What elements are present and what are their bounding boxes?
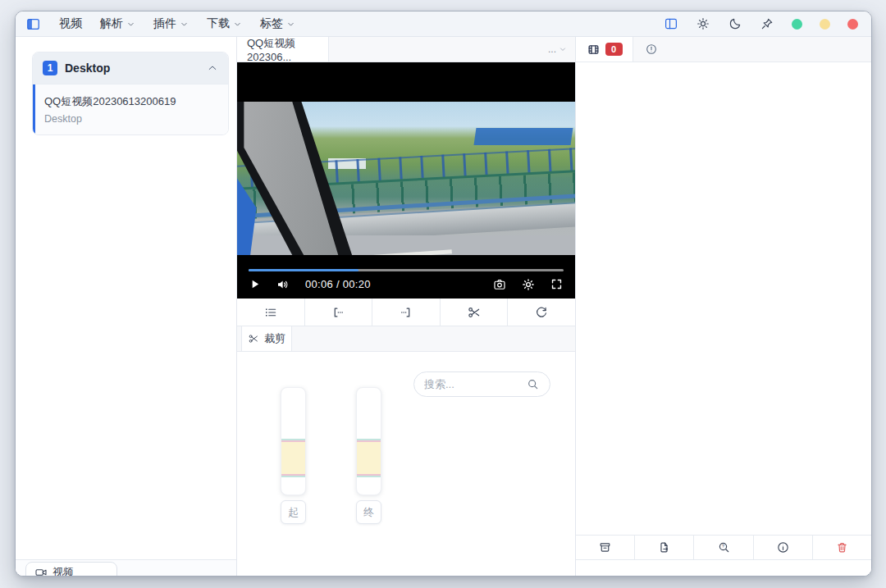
- tab-media-list[interactable]: 0: [576, 37, 633, 62]
- player-settings-gear-icon[interactable]: [521, 277, 536, 292]
- media-panel: 0: [576, 37, 871, 576]
- crop-tabbar: 裁剪: [237, 326, 575, 352]
- menu-video[interactable]: 视频: [59, 16, 82, 31]
- crop-content: 起 终: [237, 352, 575, 576]
- reload-button[interactable]: [508, 299, 575, 326]
- archive-button[interactable]: [576, 536, 635, 559]
- video-camera-icon: [34, 566, 48, 576]
- chevron-down-icon: [559, 45, 567, 53]
- search-icon[interactable]: [526, 377, 540, 391]
- dark-mode-moon-icon[interactable]: [728, 16, 742, 31]
- set-end-button[interactable]: [372, 299, 441, 326]
- start-label: 起: [281, 500, 306, 524]
- media-count-badge: 0: [605, 43, 623, 56]
- play-button[interactable]: [249, 278, 261, 290]
- start-time-picker: 起: [281, 387, 306, 524]
- status-dot-red[interactable]: [847, 19, 858, 30]
- media-panel-footer: [576, 560, 871, 576]
- group-title: Desktop: [65, 62, 110, 75]
- progress-fill: [249, 269, 359, 271]
- clip-toolbar: [237, 299, 575, 326]
- player-tabbar: QQ短视频202306... ...: [237, 37, 575, 62]
- seek-bar[interactable]: [249, 269, 564, 271]
- end-time-picker: 终: [356, 387, 381, 524]
- player-panel: QQ短视频202306... ...: [237, 37, 576, 576]
- slider-selection-band: [357, 439, 381, 477]
- sidebar-toggle-icon[interactable]: [25, 16, 41, 32]
- tab-overflow-menu[interactable]: ...: [540, 37, 575, 62]
- status-dot-yellow[interactable]: [820, 19, 830, 30]
- search-box: [413, 371, 550, 397]
- volume-button[interactable]: [276, 277, 290, 292]
- chevron-up-icon[interactable]: [207, 62, 218, 74]
- list-icon: [263, 305, 278, 320]
- warning-circle-icon: [645, 43, 658, 56]
- end-time-slider[interactable]: [356, 387, 381, 495]
- zoom-search-icon: ?: [717, 540, 731, 554]
- cut-button[interactable]: [441, 299, 509, 326]
- scissors-icon: [248, 333, 259, 344]
- item-title: QQ短视频20230613200619: [44, 94, 218, 109]
- scissors-icon: [467, 305, 482, 320]
- set-start-button[interactable]: [305, 299, 373, 326]
- info-circle-icon: [776, 540, 790, 554]
- sidebar-bottom-strip: 视频: [16, 559, 236, 576]
- tab-warnings[interactable]: [633, 37, 669, 62]
- chevron-down-icon: [286, 20, 295, 29]
- media-tabbar: 0: [576, 37, 871, 62]
- sidebar-tab-video[interactable]: 视频: [25, 562, 117, 576]
- menu-download[interactable]: 下载: [207, 16, 242, 31]
- app-window: 视频 解析 插件 下载 标签: [15, 11, 872, 577]
- split-view-icon[interactable]: [664, 16, 678, 31]
- end-label: 终: [356, 500, 381, 524]
- inspect-button[interactable]: ?: [694, 536, 753, 559]
- media-toolbar: ?: [576, 535, 871, 560]
- chevron-down-icon: [180, 20, 189, 29]
- snapshot-camera-icon[interactable]: [492, 277, 507, 292]
- menu-tags[interactable]: 标签: [260, 16, 295, 31]
- titlebar: 视频 解析 插件 下载 标签: [16, 11, 871, 37]
- sidebar-item-video[interactable]: QQ短视频20230613200619 Desktop: [33, 84, 228, 134]
- video-frame: [237, 102, 575, 255]
- player-tab[interactable]: QQ短视频202306...: [237, 37, 329, 62]
- pin-icon[interactable]: [760, 16, 774, 31]
- refresh-icon: [534, 305, 549, 320]
- trash-icon: [835, 540, 849, 554]
- player-controls: 00:06 / 00:20: [249, 273, 564, 295]
- scene-blue-building: [473, 128, 573, 145]
- status-dot-green[interactable]: [792, 19, 802, 30]
- sidebar-group: 1 Desktop QQ短视频20230613200619 Desktop: [32, 52, 229, 135]
- bracket-start-icon: [331, 305, 345, 320]
- export-button[interactable]: [635, 536, 694, 559]
- file-export-icon: [657, 540, 671, 554]
- delete-button[interactable]: [813, 536, 871, 559]
- film-icon: [587, 43, 601, 57]
- group-count-badge: 1: [43, 61, 57, 75]
- search-input[interactable]: [424, 378, 519, 390]
- start-time-slider[interactable]: [281, 387, 306, 495]
- bracket-end-icon: [399, 305, 413, 320]
- menu-parse[interactable]: 解析: [100, 16, 135, 31]
- item-subtitle: Desktop: [44, 113, 218, 125]
- sidebar: 1 Desktop QQ短视频20230613200619 Desktop 视频: [16, 37, 237, 576]
- video-player[interactable]: 00:06 / 00:20: [237, 62, 575, 299]
- time-display: 00:06 / 00:20: [305, 278, 371, 290]
- info-button[interactable]: [754, 536, 813, 559]
- segment-list-button[interactable]: [237, 299, 305, 326]
- svg-text:?: ?: [722, 544, 724, 549]
- media-list-empty: [576, 62, 871, 535]
- chevron-down-icon: [233, 20, 242, 29]
- tab-crop[interactable]: 裁剪: [241, 326, 292, 351]
- slider-selection-band: [281, 439, 305, 477]
- sidebar-group-header[interactable]: 1 Desktop: [33, 52, 228, 84]
- chevron-down-icon: [126, 20, 135, 29]
- fullscreen-icon[interactable]: [550, 277, 564, 291]
- menu-plugins[interactable]: 插件: [153, 16, 189, 31]
- settings-gear-icon[interactable]: [696, 16, 710, 31]
- archive-box-icon: [598, 540, 612, 554]
